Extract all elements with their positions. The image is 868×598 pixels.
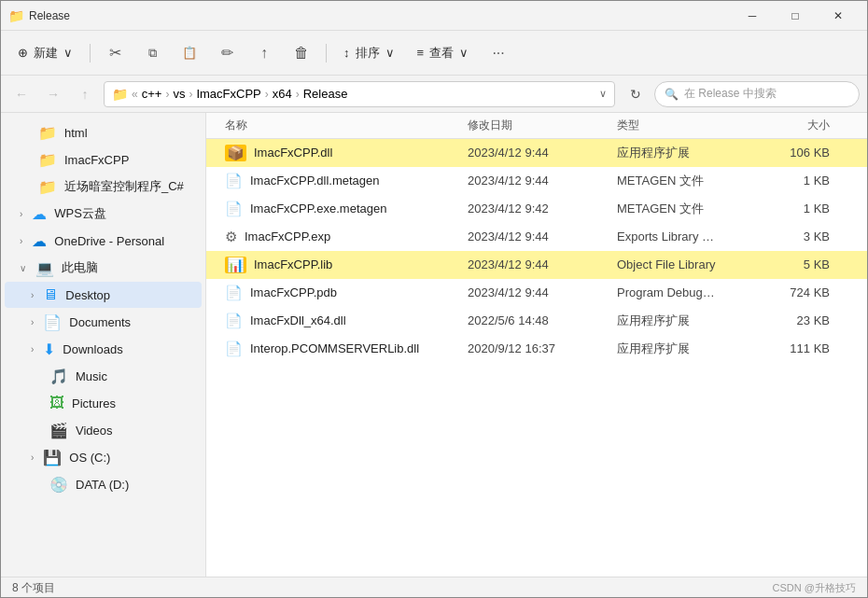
sidebar-icon-thispc: 💻 (35, 259, 54, 277)
item-count: 8 个项目 (12, 580, 55, 596)
file-name-7: Interop.PCOMMSERVERLib.dll (250, 341, 419, 355)
refresh-button[interactable]: ↻ (623, 81, 649, 107)
maximize-button[interactable]: □ (774, 1, 817, 31)
sidebar-label-datad: DATA (D:) (76, 478, 129, 492)
new-arrow: ∨ (63, 46, 73, 60)
file-name-6: ImacFxDll_x64.dll (250, 313, 346, 327)
sidebar-label-html: html (64, 126, 88, 140)
sidebar-icon-html: 📁 (38, 124, 57, 142)
sidebar-item-downloads[interactable]: ›⬇Downloads (5, 336, 202, 362)
view-button[interactable]: ≡ 查看 ∨ (408, 36, 479, 70)
sidebar-item-desktop[interactable]: ›🖥Desktop (5, 282, 202, 308)
paste-button[interactable]: 📋 (173, 36, 206, 70)
file-row[interactable]: 📄ImacFxDll_x64.dll2022/5/6 14:48应用程序扩展23… (206, 307, 867, 335)
sidebar-label-videos: Videos (76, 424, 113, 438)
file-row[interactable]: ⚙ImacFxCPP.exp2023/4/12 9:44Exports Libr… (206, 223, 867, 251)
file-date-6: 2022/5/6 14:48 (468, 313, 617, 327)
file-row[interactable]: 📄ImacFxCPP.dll.metagen2023/4/12 9:44META… (206, 167, 867, 195)
sidebar-icon-nearby: 📁 (38, 178, 57, 196)
file-date-2: 2023/4/12 9:42 (468, 202, 617, 216)
toolbar: ⊕ 新建 ∨ ✂ ⧉ 📋 ✏ ↑ 🗑 ↕ 排序 ∨ ≡ 查看 ∨ ··· (1, 31, 867, 76)
window-icon: 📁 (8, 8, 23, 23)
sort-button[interactable]: ↕ 排序 ∨ (334, 36, 404, 70)
file-icon-0: 📦 (225, 145, 246, 161)
sidebar-icon-onedrive: ☁ (32, 232, 47, 250)
file-row[interactable]: 📄Interop.PCOMMSERVERLib.dll2020/9/12 16:… (206, 335, 867, 363)
address-path[interactable]: 📁 « c++ › vs › ImacFxCPP › x64 › Release… (104, 81, 615, 107)
file-name-5: ImacFxCPP.pdb (250, 285, 337, 299)
file-size-5: 724 KB (766, 285, 841, 299)
sidebar-icon-datad: 💿 (49, 476, 68, 494)
cut-button[interactable]: ✂ (98, 36, 132, 70)
view-label: 查看 (429, 45, 454, 62)
status-bar: 8 个项目 CSDN @升格技巧 (1, 577, 867, 598)
search-bar[interactable]: 🔍 在 Release 中搜索 (654, 81, 860, 107)
sidebar-item-pictures[interactable]: 🖼Pictures (5, 390, 202, 416)
sidebar-label-music: Music (76, 369, 107, 383)
sort-arrow: ∨ (385, 46, 395, 60)
rename-button[interactable]: ✏ (210, 36, 244, 70)
close-button[interactable]: ✕ (817, 1, 860, 31)
up-button[interactable]: ↑ (72, 81, 98, 107)
sidebar-icon-documents: 📄 (43, 313, 62, 331)
sidebar-item-nearby[interactable]: 📁近场暗室控制程序_C# (5, 174, 202, 200)
sidebar-label-osc: OS (C:) (69, 451, 110, 465)
file-size-0: 106 KB (766, 146, 841, 160)
file-row[interactable]: 📄ImacFxCPP.pdb2023/4/12 9:44Program Debu… (206, 279, 867, 307)
more-icon: ··· (492, 45, 504, 62)
forward-button[interactable]: → (40, 81, 66, 107)
new-label: 新建 (34, 45, 58, 62)
sidebar-icon-desktop: 🖥 (43, 286, 58, 303)
header-size: 大小 (766, 118, 841, 133)
expand-icon-wps: › (20, 209, 22, 219)
path-dropdown-arrow[interactable]: ∨ (599, 88, 607, 100)
cut-icon: ✂ (109, 44, 121, 62)
expand-icon-downloads: › (31, 344, 34, 355)
address-bar: ← → ↑ 📁 « c++ › vs › ImacFxCPP › x64 › R… (1, 76, 867, 113)
window-title: Release (29, 9, 731, 22)
sidebar-item-thispc[interactable]: ∨💻此电脑 (5, 255, 202, 281)
file-icon-4: 📊 (225, 257, 246, 273)
sidebar-item-imacfxcpp[interactable]: 📁ImacFxCPP (5, 146, 202, 173)
file-row[interactable]: 📄ImacFxCPP.exe.metagen2023/4/12 9:42META… (206, 195, 867, 223)
sidebar-item-datad[interactable]: 💿DATA (D:) (5, 471, 202, 497)
file-type-3: Exports Library … (617, 229, 766, 243)
sidebar-label-desktop: Desktop (65, 288, 110, 302)
sidebar-item-wps[interactable]: ›☁WPS云盘 (5, 201, 202, 227)
file-row[interactable]: 📊ImacFxCPP.lib2023/4/12 9:44Object File … (206, 251, 867, 279)
sidebar-label-downloads: Downloads (63, 342, 122, 356)
sidebar-label-documents: Documents (69, 315, 131, 329)
sidebar-label-imacfxcpp: ImacFxCPP (64, 153, 129, 167)
sidebar-item-osc[interactable]: ›💾OS (C:) (5, 444, 202, 470)
search-icon: 🔍 (665, 88, 679, 101)
copy-button[interactable]: ⧉ (135, 36, 169, 70)
sidebar-icon-osc: 💾 (43, 449, 62, 466)
sidebar-item-videos[interactable]: 🎬Videos (5, 417, 202, 443)
header-type: 类型 (617, 118, 766, 133)
file-size-2: 1 KB (766, 202, 841, 216)
path-part-x64: x64 (273, 87, 292, 101)
sidebar-item-html[interactable]: 📁html (5, 119, 202, 146)
copy-icon: ⧉ (148, 46, 157, 61)
main-layout: 📁html📁ImacFxCPP📁近场暗室控制程序_C#›☁WPS云盘›☁OneD… (1, 113, 867, 577)
new-button[interactable]: ⊕ 新建 ∨ (8, 36, 82, 70)
sidebar-icon-downloads: ⬇ (43, 341, 55, 358)
file-row[interactable]: 📦ImacFxCPP.dll2023/4/12 9:44应用程序扩展106 KB (206, 139, 867, 167)
more-button[interactable]: ··· (482, 36, 515, 70)
file-type-7: 应用程序扩展 (617, 341, 766, 357)
path-part-release: Release (303, 87, 348, 101)
minimize-button[interactable]: ─ (731, 1, 774, 31)
file-type-1: METAGEN 文件 (617, 173, 766, 189)
file-size-3: 3 KB (766, 229, 841, 243)
file-icon-6: 📄 (225, 313, 243, 329)
sidebar-item-documents[interactable]: ›📄Documents (5, 309, 202, 335)
back-button[interactable]: ← (8, 81, 35, 107)
sidebar-item-music[interactable]: 🎵Music (5, 363, 202, 389)
share-button[interactable]: ↑ (247, 36, 281, 70)
file-type-5: Program Debug… (617, 285, 766, 299)
delete-button[interactable]: 🗑 (285, 36, 318, 70)
file-type-4: Object File Library (617, 257, 766, 271)
sidebar-label-nearby: 近场暗室控制程序_C# (64, 178, 184, 195)
sidebar-item-onedrive[interactable]: ›☁OneDrive - Personal (5, 228, 202, 254)
file-type-6: 应用程序扩展 (617, 313, 766, 329)
